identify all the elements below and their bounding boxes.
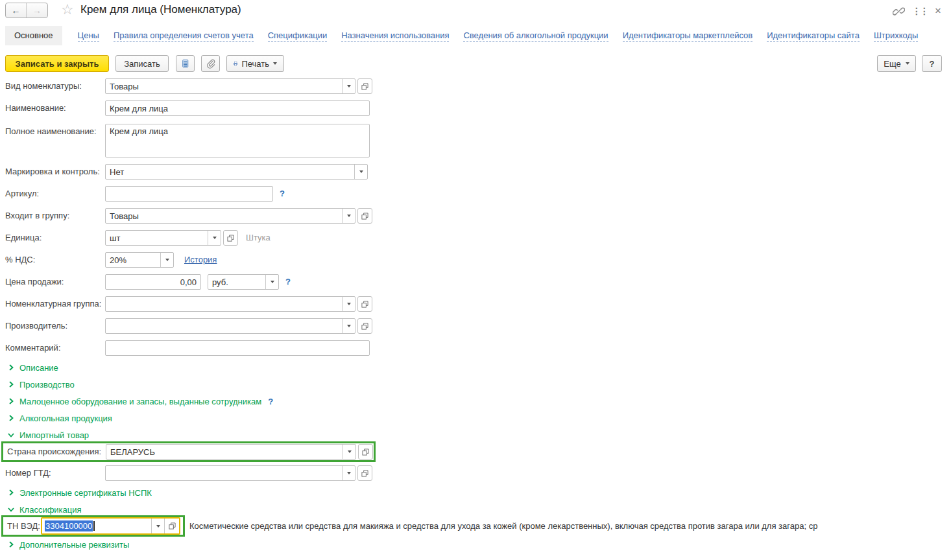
gtd-input[interactable] [106, 466, 342, 480]
group-dropdown-button[interactable] [342, 209, 355, 223]
print-button[interactable]: Печать [226, 55, 284, 72]
section-alcohol-products[interactable]: Алкогольная продукция [8, 413, 112, 423]
vat-input[interactable] [106, 253, 160, 267]
get-link-icon[interactable] [891, 5, 906, 18]
tab-account-rules[interactable]: Правила определения счетов учета [114, 30, 254, 41]
country-input[interactable] [106, 445, 343, 459]
nom-group-input[interactable] [106, 297, 342, 311]
field-row-full-name: Полное наименование: Крем для лица [0, 124, 951, 158]
vat-dropdown-button[interactable] [160, 253, 173, 267]
open-item-icon [362, 449, 369, 456]
field-row-marking: Маркировка и контроль: [0, 164, 951, 180]
open-item-icon [361, 301, 368, 308]
section-low-value-equipment[interactable]: Малоценное оборудование и запасы, выданн… [8, 396, 273, 406]
tab-usage-purpose[interactable]: Назначения использования [341, 30, 449, 41]
back-button[interactable]: ← [6, 3, 27, 18]
full-name-textarea[interactable]: Крем для лица [105, 124, 370, 158]
help-button[interactable]: ? [922, 55, 942, 72]
gtd-label: Номер ГТД: [5, 465, 51, 481]
paperclip-icon [206, 58, 215, 69]
kind-label: Вид номенклатуры: [5, 78, 82, 94]
country-dropdown-button[interactable] [343, 445, 355, 459]
section-help-icon[interactable]: ? [268, 397, 273, 406]
marking-input[interactable] [106, 165, 354, 179]
currency-input[interactable] [208, 275, 265, 289]
tab-site-ids[interactable]: Идентификаторы сайта [767, 30, 860, 41]
more-label: Еще [884, 59, 900, 69]
window-more-icon[interactable]: ⋮⋮ [915, 5, 925, 18]
section-label: Дополнительные реквизиты [19, 540, 129, 550]
section-imported-goods[interactable]: Импортный товар [8, 430, 89, 440]
tab-alcohol-info[interactable]: Сведения об алкогольной продукции [463, 30, 608, 41]
open-item-icon [169, 522, 176, 530]
article-label: Артикул: [5, 186, 39, 202]
name-label: Наименование: [5, 100, 66, 116]
section-description[interactable]: Описание [8, 362, 58, 373]
gtd-dropdown-button[interactable] [342, 466, 355, 480]
history-nav: ← → [5, 3, 48, 18]
tab-main[interactable]: Основное [5, 26, 62, 45]
group-input[interactable] [106, 209, 342, 223]
tnved-open-button[interactable] [164, 519, 179, 533]
manufacturer-dropdown-button[interactable] [342, 319, 355, 333]
section-nspk-certificates[interactable]: Электронные сертификаты НСПК [8, 487, 152, 498]
save-and-close-button[interactable]: Записать и закрыть [5, 55, 109, 72]
vat-history-link[interactable]: История [184, 252, 217, 268]
manufacturer-input[interactable] [106, 319, 342, 333]
gtd-open-button[interactable] [357, 465, 372, 481]
marking-dropdown-button[interactable] [354, 165, 367, 179]
page-title: Крем для лица (Номенклатура) [80, 3, 241, 16]
currency-dropdown-button[interactable] [265, 275, 278, 289]
field-row-unit: Единица: Штука [0, 230, 951, 246]
nom-group-dropdown-button[interactable] [342, 297, 355, 311]
open-item-icon [361, 323, 368, 330]
section-additional-attributes[interactable]: Дополнительные реквизиты [8, 539, 129, 550]
comment-input[interactable] [106, 341, 369, 355]
save-button[interactable]: Записать [115, 55, 169, 72]
unit-input[interactable] [106, 231, 208, 245]
more-button[interactable]: Еще [877, 55, 916, 72]
section-label: Производство [19, 380, 75, 390]
country-open-button[interactable] [358, 444, 373, 460]
tab-specifications[interactable]: Спецификации [268, 30, 328, 41]
favorite-star-icon[interactable]: ☆ [61, 1, 74, 18]
group-open-button[interactable] [357, 208, 372, 224]
nom-group-open-button[interactable] [357, 296, 372, 312]
price-input[interactable] [106, 275, 200, 289]
price-help-icon[interactable]: ? [285, 274, 291, 290]
related-documents-button[interactable] [176, 55, 195, 72]
field-row-nom-group: Номенклатурная группа: [0, 296, 951, 312]
nom-group-label: Номенклатурная группа: [5, 296, 101, 312]
section-classification[interactable]: Классификация [8, 504, 82, 515]
tab-barcodes[interactable]: Штрихкоды [874, 30, 919, 41]
tab-prices[interactable]: Цены [78, 30, 99, 41]
full-name-label: Полное наименование: [5, 124, 97, 139]
unit-open-button[interactable] [223, 230, 238, 246]
chevron-down-icon [348, 450, 352, 453]
close-icon[interactable]: × [932, 5, 944, 18]
section-label: Классификация [19, 505, 82, 515]
name-input[interactable] [106, 101, 369, 115]
tnved-input[interactable]: 3304100000 [42, 519, 151, 533]
kind-input[interactable] [106, 79, 342, 93]
chevron-down-icon [359, 170, 363, 173]
kind-dropdown-button[interactable] [342, 79, 355, 93]
attachments-button[interactable] [201, 55, 220, 72]
tab-marketplace-ids[interactable]: Идентификаторы маркетплейсов [623, 30, 753, 41]
chevron-down-icon [347, 325, 351, 327]
unit-dropdown-button[interactable] [208, 231, 221, 245]
tnved-field[interactable]: 3304100000 [41, 517, 180, 535]
price-label: Цена продажи: [5, 274, 64, 290]
chevron-down-icon [347, 215, 351, 217]
tnved-selected-text: 3304100000 [45, 520, 93, 531]
kind-open-button[interactable] [357, 78, 372, 94]
country-annotation-box: Страна происхождения: [1, 441, 376, 462]
section-production[interactable]: Производство [8, 379, 75, 390]
article-input[interactable] [106, 187, 272, 201]
manufacturer-open-button[interactable] [357, 318, 372, 334]
forward-button[interactable]: → [27, 3, 47, 18]
tnved-dropdown-button[interactable] [151, 519, 164, 533]
field-row-comment: Комментарий: [0, 340, 951, 356]
article-help-icon[interactable]: ? [280, 186, 285, 202]
chevron-right-icon [8, 364, 14, 371]
